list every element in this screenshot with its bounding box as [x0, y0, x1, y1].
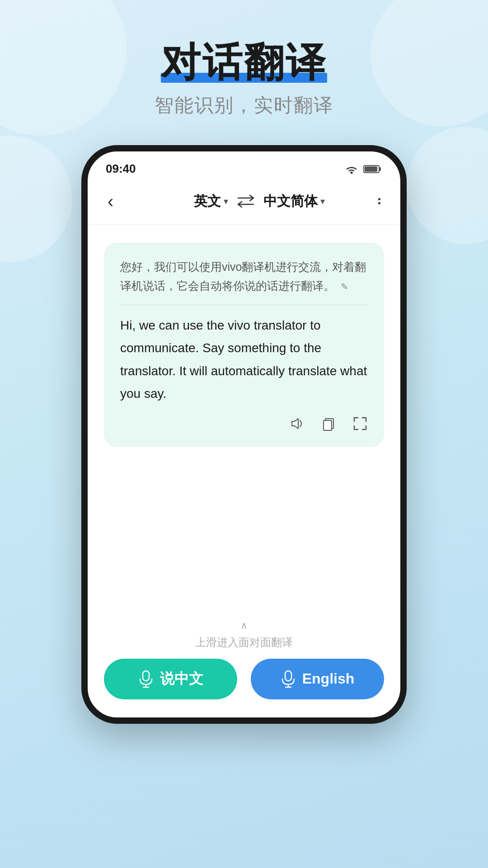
lang-right-selector[interactable]: 中文简体 ▾ [263, 192, 375, 211]
phone-frame: 09:40 ‹ 英文 [81, 145, 407, 724]
bubble-translation-text: Hi, we can use the vivo translator to co… [120, 314, 368, 406]
status-time: 09:40 [106, 162, 136, 176]
svg-rect-2 [379, 167, 381, 171]
mic-chinese-icon [138, 670, 154, 688]
speak-english-label: English [302, 670, 355, 687]
lang-left-dropdown-icon: ▾ [224, 196, 228, 207]
mic-english-icon [281, 670, 296, 688]
lang-left-label: 英文 [194, 192, 221, 211]
chat-area: 您好，我们可以使用vivo翻译机进行交流，对着翻译机说话，它会自动将你说的话进行… [88, 225, 400, 457]
bubble-actions [120, 416, 368, 434]
buttons-row: 说中文 English [104, 659, 384, 699]
edit-icon[interactable]: ✎ [341, 279, 348, 294]
bubble-original-text: 您好，我们可以使用vivo翻译机进行交流，对着翻译机说话，它会自动将你说的话进行… [120, 257, 368, 305]
more-button[interactable] [375, 194, 384, 208]
wifi-icon [344, 164, 359, 175]
svg-rect-9 [285, 671, 291, 681]
lang-left-selector[interactable]: 英文 ▾ [117, 192, 228, 211]
swap-icon [235, 193, 256, 209]
svg-rect-3 [365, 166, 377, 172]
speak-english-button[interactable]: English [251, 659, 384, 699]
battery-icon [363, 164, 382, 174]
lang-right-dropdown-icon: ▾ [320, 196, 325, 207]
more-dot-2 [378, 202, 380, 204]
more-dot-1 [378, 198, 380, 200]
svg-rect-6 [143, 671, 149, 681]
expand-button[interactable] [352, 416, 368, 434]
slide-hint-arrow: ∧ [240, 620, 248, 632]
speaker-button[interactable] [289, 416, 305, 434]
page-title: 对话翻译 [161, 41, 327, 85]
svg-point-0 [351, 171, 353, 174]
swap-button[interactable] [235, 193, 256, 209]
header: 对话翻译 智能识别，实时翻译 [0, 0, 488, 136]
speak-chinese-label: 说中文 [160, 669, 203, 689]
slide-hint-text: 上滑进入面对面翻译 [195, 635, 293, 650]
slide-hint: ∧ 上滑进入面对面翻译 [195, 620, 293, 650]
nav-bar: ‹ 英文 ▾ 中文简体 ▾ [88, 179, 400, 225]
svg-rect-5 [324, 420, 332, 430]
phone-mockup: 09:40 ‹ 英文 [0, 145, 488, 724]
message-bubble: 您好，我们可以使用vivo翻译机进行交流，对着翻译机说话，它会自动将你说的话进行… [104, 243, 384, 448]
bottom-section: ∧ 上滑进入面对面翻译 说中文 [88, 611, 400, 717]
status-icons [344, 164, 382, 175]
status-bar: 09:40 [88, 151, 400, 179]
subtitle: 智能识别，实时翻译 [0, 93, 488, 118]
speak-chinese-button[interactable]: 说中文 [104, 659, 237, 699]
lang-right-label: 中文简体 [263, 192, 318, 211]
copy-button[interactable] [321, 416, 336, 434]
back-button[interactable]: ‹ [104, 188, 117, 215]
